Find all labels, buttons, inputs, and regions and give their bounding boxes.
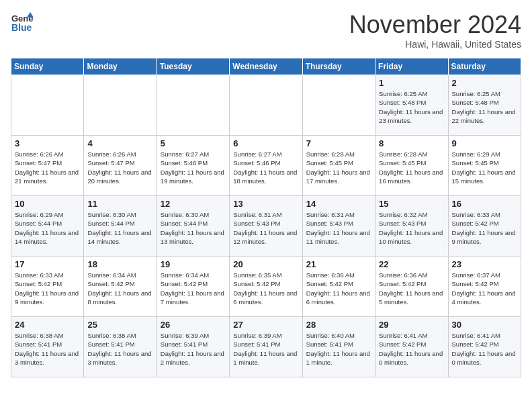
day-number: 6	[233, 138, 298, 148]
calendar-table: SundayMondayTuesdayWednesdayThursdayFrid…	[11, 58, 521, 377]
day-info: Sunrise: 6:34 AM Sunset: 5:42 PM Dayligh…	[87, 271, 152, 306]
day-info: Sunrise: 6:27 AM Sunset: 5:46 PM Dayligh…	[161, 150, 226, 185]
day-info: Sunrise: 6:26 AM Sunset: 5:47 PM Dayligh…	[15, 150, 80, 185]
month-title: November 2024	[349, 11, 521, 39]
calendar-cell: 9Sunrise: 6:29 AM Sunset: 5:45 PM Daylig…	[448, 136, 521, 196]
day-info: Sunrise: 6:30 AM Sunset: 5:44 PM Dayligh…	[87, 210, 152, 246]
day-info: Sunrise: 6:36 AM Sunset: 5:42 PM Dayligh…	[306, 271, 371, 306]
calendar-cell: 6Sunrise: 6:27 AM Sunset: 5:46 PM Daylig…	[230, 136, 302, 196]
day-number: 27	[233, 320, 298, 330]
svg-text:Blue: Blue	[11, 22, 32, 33]
day-number: 26	[161, 320, 226, 330]
calendar-cell: 24Sunrise: 6:38 AM Sunset: 5:41 PM Dayli…	[11, 317, 84, 377]
calendar-week-row: 17Sunrise: 6:33 AM Sunset: 5:42 PM Dayli…	[11, 257, 521, 317]
day-info: Sunrise: 6:27 AM Sunset: 5:46 PM Dayligh…	[233, 150, 298, 185]
calendar-cell: 8Sunrise: 6:28 AM Sunset: 5:45 PM Daylig…	[375, 136, 448, 196]
header-tuesday: Tuesday	[157, 58, 229, 75]
day-number: 9	[452, 138, 517, 148]
day-number: 20	[233, 259, 298, 269]
day-info: Sunrise: 6:31 AM Sunset: 5:43 PM Dayligh…	[306, 210, 371, 246]
title-block: November 2024 Hawi, Hawaii, United State…	[349, 11, 521, 50]
calendar-cell: 3Sunrise: 6:26 AM Sunset: 5:47 PM Daylig…	[11, 136, 84, 196]
day-number: 24	[15, 320, 80, 330]
calendar-cell: 1Sunrise: 6:25 AM Sunset: 5:48 PM Daylig…	[375, 75, 448, 136]
calendar-cell: 14Sunrise: 6:31 AM Sunset: 5:43 PM Dayli…	[302, 196, 375, 257]
day-number: 28	[306, 320, 371, 330]
day-number: 2	[452, 78, 517, 88]
calendar-cell: 4Sunrise: 6:26 AM Sunset: 5:47 PM Daylig…	[84, 136, 157, 196]
calendar-cell: 7Sunrise: 6:28 AM Sunset: 5:45 PM Daylig…	[302, 136, 375, 196]
header-saturday: Saturday	[448, 58, 521, 75]
calendar-week-row: 24Sunrise: 6:38 AM Sunset: 5:41 PM Dayli…	[11, 317, 521, 377]
day-number: 5	[161, 138, 226, 148]
day-number: 8	[379, 138, 444, 148]
day-info: Sunrise: 6:37 AM Sunset: 5:42 PM Dayligh…	[452, 271, 517, 306]
calendar-week-row: 10Sunrise: 6:29 AM Sunset: 5:44 PM Dayli…	[11, 196, 521, 257]
day-info: Sunrise: 6:29 AM Sunset: 5:45 PM Dayligh…	[452, 150, 517, 185]
calendar-cell: 23Sunrise: 6:37 AM Sunset: 5:42 PM Dayli…	[448, 257, 521, 317]
day-number: 3	[15, 138, 80, 148]
calendar-cell	[230, 75, 302, 136]
day-info: Sunrise: 6:26 AM Sunset: 5:47 PM Dayligh…	[87, 150, 152, 185]
calendar-cell: 5Sunrise: 6:27 AM Sunset: 5:46 PM Daylig…	[157, 136, 229, 196]
page-header: General Blue November 2024 Hawi, Hawaii,…	[11, 11, 521, 50]
calendar-cell: 10Sunrise: 6:29 AM Sunset: 5:44 PM Dayli…	[11, 196, 84, 257]
calendar-cell: 19Sunrise: 6:34 AM Sunset: 5:42 PM Dayli…	[157, 257, 229, 317]
day-info: Sunrise: 6:38 AM Sunset: 5:41 PM Dayligh…	[87, 331, 152, 367]
day-number: 19	[161, 259, 226, 269]
header-sunday: Sunday	[11, 58, 84, 75]
day-info: Sunrise: 6:28 AM Sunset: 5:45 PM Dayligh…	[306, 150, 371, 185]
day-number: 13	[233, 199, 298, 209]
day-number: 21	[306, 259, 371, 269]
calendar-cell: 13Sunrise: 6:31 AM Sunset: 5:43 PM Dayli…	[230, 196, 302, 257]
day-info: Sunrise: 6:29 AM Sunset: 5:44 PM Dayligh…	[15, 210, 80, 246]
day-number: 11	[87, 199, 152, 209]
calendar-cell: 29Sunrise: 6:41 AM Sunset: 5:42 PM Dayli…	[375, 317, 448, 377]
day-info: Sunrise: 6:30 AM Sunset: 5:44 PM Dayligh…	[161, 210, 226, 246]
calendar-cell: 12Sunrise: 6:30 AM Sunset: 5:44 PM Dayli…	[157, 196, 229, 257]
calendar-cell: 20Sunrise: 6:35 AM Sunset: 5:42 PM Dayli…	[230, 257, 302, 317]
calendar-cell: 22Sunrise: 6:36 AM Sunset: 5:42 PM Dayli…	[375, 257, 448, 317]
calendar-cell: 21Sunrise: 6:36 AM Sunset: 5:42 PM Dayli…	[302, 257, 375, 317]
calendar-header-row: SundayMondayTuesdayWednesdayThursdayFrid…	[11, 58, 521, 75]
day-info: Sunrise: 6:34 AM Sunset: 5:42 PM Dayligh…	[161, 271, 226, 306]
day-number: 16	[452, 199, 517, 209]
calendar-cell: 15Sunrise: 6:32 AM Sunset: 5:43 PM Dayli…	[375, 196, 448, 257]
day-number: 10	[15, 199, 80, 209]
logo: General Blue	[11, 11, 34, 34]
day-info: Sunrise: 6:33 AM Sunset: 5:42 PM Dayligh…	[452, 210, 517, 246]
day-info: Sunrise: 6:40 AM Sunset: 5:41 PM Dayligh…	[306, 331, 371, 367]
calendar-cell	[157, 75, 229, 136]
calendar-cell	[302, 75, 375, 136]
day-info: Sunrise: 6:31 AM Sunset: 5:43 PM Dayligh…	[233, 210, 298, 246]
logo-icon: General Blue	[11, 11, 34, 34]
calendar-week-row: 1Sunrise: 6:25 AM Sunset: 5:48 PM Daylig…	[11, 75, 521, 136]
day-number: 18	[87, 259, 152, 269]
day-info: Sunrise: 6:41 AM Sunset: 5:42 PM Dayligh…	[452, 331, 517, 367]
day-number: 23	[452, 259, 517, 269]
day-info: Sunrise: 6:39 AM Sunset: 5:41 PM Dayligh…	[161, 331, 226, 367]
calendar-cell: 17Sunrise: 6:33 AM Sunset: 5:42 PM Dayli…	[11, 257, 84, 317]
day-number: 4	[87, 138, 152, 148]
day-info: Sunrise: 6:25 AM Sunset: 5:48 PM Dayligh…	[452, 89, 517, 125]
day-number: 25	[87, 320, 152, 330]
header-monday: Monday	[84, 58, 157, 75]
calendar-cell: 26Sunrise: 6:39 AM Sunset: 5:41 PM Dayli…	[157, 317, 229, 377]
day-info: Sunrise: 6:36 AM Sunset: 5:42 PM Dayligh…	[379, 271, 444, 306]
day-number: 17	[15, 259, 80, 269]
calendar-cell: 11Sunrise: 6:30 AM Sunset: 5:44 PM Dayli…	[84, 196, 157, 257]
day-info: Sunrise: 6:25 AM Sunset: 5:48 PM Dayligh…	[379, 89, 444, 125]
day-info: Sunrise: 6:33 AM Sunset: 5:42 PM Dayligh…	[15, 271, 80, 306]
calendar-cell: 28Sunrise: 6:40 AM Sunset: 5:41 PM Dayli…	[302, 317, 375, 377]
calendar-cell	[84, 75, 157, 136]
location: Hawi, Hawaii, United States	[349, 39, 521, 50]
calendar-cell: 25Sunrise: 6:38 AM Sunset: 5:41 PM Dayli…	[84, 317, 157, 377]
day-number: 30	[452, 320, 517, 330]
day-number: 7	[306, 138, 371, 148]
day-number: 1	[379, 78, 444, 88]
day-number: 12	[161, 199, 226, 209]
calendar-cell: 18Sunrise: 6:34 AM Sunset: 5:42 PM Dayli…	[84, 257, 157, 317]
day-info: Sunrise: 6:38 AM Sunset: 5:41 PM Dayligh…	[15, 331, 80, 367]
header-friday: Friday	[375, 58, 448, 75]
calendar-cell: 27Sunrise: 6:39 AM Sunset: 5:41 PM Dayli…	[230, 317, 302, 377]
